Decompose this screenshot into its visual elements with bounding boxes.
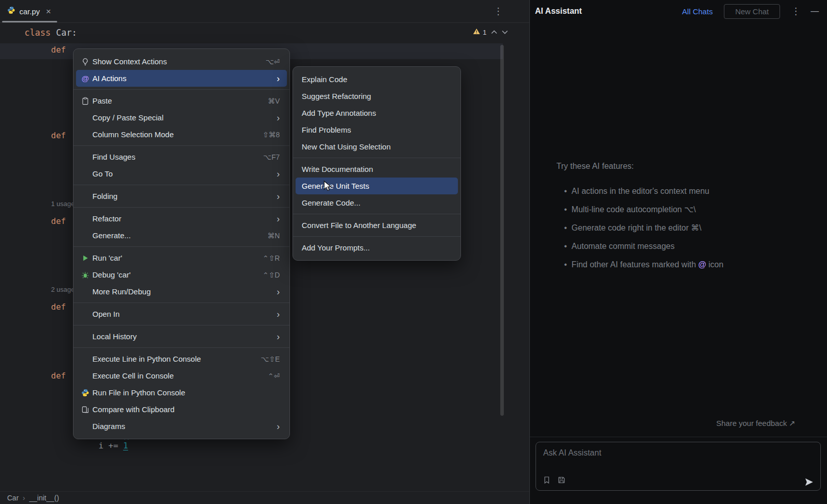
menu-item-ai-actions[interactable]: @AI Actions›: [76, 70, 287, 87]
share-feedback-link[interactable]: Share your feedback↗: [716, 419, 795, 428]
menu-item-run-car[interactable]: Run 'car'⌃⇧R: [76, 249, 287, 266]
menu-item-run-file-in-python-console[interactable]: Run File in Python Console: [76, 384, 287, 401]
compare-icon: [80, 406, 90, 414]
menu-separator: [74, 347, 289, 348]
tab-car-py[interactable]: car.py ×: [1, 0, 58, 22]
keyword-def: def: [51, 131, 66, 140]
menu-item-execute-cell-in-console[interactable]: Execute Cell in Console⌃⏎: [76, 367, 287, 384]
menu-item-shortcut: ⌘N: [267, 232, 280, 240]
menu-separator: [74, 303, 289, 303]
menu-item-find-usages[interactable]: Find Usages⌥F7: [76, 148, 287, 165]
menu-item-open-in[interactable]: Open In›: [76, 306, 287, 322]
submenu-arrow-icon: ›: [277, 74, 280, 83]
menu-item-convert-file-to-another-language[interactable]: Convert File to Another Language: [296, 217, 458, 234]
menu-item-add-type-annotations[interactable]: Add Type Annotations: [296, 105, 458, 121]
bullet-icon: •: [564, 223, 567, 232]
submenu-arrow-icon: ›: [277, 169, 280, 179]
menu-item-label: Open In: [92, 310, 119, 318]
menu-item-label: Generate...: [92, 231, 131, 240]
ai-feature-item: •Multi-line code autocompletion ⌥\: [564, 200, 723, 219]
menu-item-refactor[interactable]: Refactor›: [76, 210, 287, 227]
minimize-panel-icon[interactable]: —: [811, 7, 819, 16]
menu-item-generate-code[interactable]: Generate Code...: [296, 194, 458, 211]
menu-item-label: Run File in Python Console: [92, 388, 185, 397]
menu-item-local-history[interactable]: Local History›: [76, 328, 287, 345]
menu-separator: [74, 185, 289, 185]
menu-item-label: Local History: [92, 332, 137, 341]
menu-item-new-chat-using-selection[interactable]: New Chat Using Selection: [296, 138, 458, 155]
ai-feature-text-suffix: icon: [709, 260, 723, 269]
menu-item-label: Execute Line in Python Console: [92, 355, 201, 363]
menu-item-label: Go To: [92, 169, 113, 178]
send-message-icon[interactable]: [804, 477, 814, 487]
menu-item-explain-code[interactable]: Explain Code: [296, 71, 458, 88]
prev-problem-chevron-up-icon[interactable]: [491, 30, 497, 34]
menu-separator: [74, 325, 289, 325]
menu-item-paste[interactable]: Paste⌘V: [76, 92, 287, 109]
debug-icon: [80, 271, 90, 279]
menu-item-label: New Chat Using Selection: [302, 142, 391, 151]
breadcrumb-item-init[interactable]: __init__(): [29, 494, 59, 502]
submenu-arrow-icon: ›: [277, 287, 280, 296]
menu-item-diagrams[interactable]: Diagrams›: [76, 418, 287, 435]
submenu-arrow-icon: ›: [277, 332, 280, 341]
bullet-icon: •: [564, 242, 567, 250]
menu-item-add-your-prompts[interactable]: Add Your Prompts...: [296, 239, 458, 256]
menu-item-shortcut: ⌘V: [268, 97, 280, 105]
ai-sparkle-icon: @: [698, 260, 707, 269]
ai-features-title: Try these AI features:: [556, 162, 723, 171]
save-icon[interactable]: [557, 476, 566, 486]
submenu-arrow-icon: ›: [277, 113, 280, 122]
menu-item-label: Compare with Clipboard: [92, 405, 175, 414]
menu-item-label: Diagrams: [92, 422, 125, 431]
all-chats-link[interactable]: All Chats: [682, 7, 713, 16]
menu-item-folding[interactable]: Folding›: [76, 188, 287, 205]
ask-ai-input[interactable]: [536, 442, 820, 471]
menu-item-shortcut: ⌥⇧E: [261, 355, 280, 363]
menu-item-copy-paste-special[interactable]: Copy / Paste Special›: [76, 109, 287, 126]
new-chat-button[interactable]: New Chat: [724, 4, 780, 19]
editor-scrollbar[interactable]: [500, 45, 504, 416]
menu-item-write-documentation[interactable]: Write Documentation: [296, 161, 458, 178]
ai-assistant-header: AI Assistant All Chats New Chat ⋮ —: [530, 0, 827, 22]
submenu-arrow-icon: ›: [277, 192, 280, 201]
next-problem-chevron-down-icon[interactable]: [502, 30, 508, 34]
menu-item-debug-car[interactable]: Debug 'car'⌃⇧D: [76, 266, 287, 283]
ai-feature-text: Find other AI features marked with: [572, 260, 696, 269]
menu-item-shortcut: ⌥F7: [263, 153, 280, 161]
menu-item-generate-unit-tests[interactable]: Generate Unit Tests: [296, 178, 458, 194]
menu-item-suggest-refactoring[interactable]: Suggest Refactoring: [296, 88, 458, 105]
editor-options-kebab-icon[interactable]: ⋮: [494, 0, 503, 22]
menu-item-shortcut: ⌥⏎: [265, 58, 280, 66]
warning-icon: [473, 28, 480, 37]
class-name: Car:: [56, 28, 77, 38]
bullet-icon: •: [564, 205, 567, 214]
ai-feature-text: Multi-line code autocompletion ⌥\: [572, 205, 696, 214]
menu-item-compare-with-clipboard[interactable]: Compare with Clipboard: [76, 401, 287, 418]
run-icon: [80, 254, 90, 262]
menu-item-generate[interactable]: Generate...⌘N: [76, 227, 287, 244]
paste-icon: [80, 97, 90, 105]
menu-item-show-context-actions[interactable]: Show Context Actions⌥⏎: [76, 53, 287, 70]
code-line-class-car: classCar:: [25, 28, 77, 38]
menu-item-label: Refactor: [92, 214, 121, 223]
lightbulb-icon: [80, 58, 90, 66]
menu-item-shortcut: ⌃⇧R: [262, 254, 280, 262]
menu-separator: [74, 207, 289, 208]
breadcrumb-item-car[interactable]: Car: [7, 494, 19, 502]
menu-item-go-to[interactable]: Go To›: [76, 165, 287, 182]
ai-actions-submenu: Explain CodeSuggest RefactoringAdd Type …: [293, 66, 461, 261]
menu-item-label: Show Context Actions: [92, 57, 167, 66]
menu-item-find-problems[interactable]: Find Problems: [296, 121, 458, 138]
prompt-library-bookmark-icon[interactable]: [543, 476, 551, 486]
ai-sparkle-icon: @: [80, 74, 90, 83]
close-tab-icon[interactable]: ×: [46, 7, 51, 16]
menu-item-more-run-debug[interactable]: More Run/Debug›: [76, 283, 287, 300]
menu-item-column-selection-mode[interactable]: Column Selection Mode⇧⌘8: [76, 126, 287, 143]
menu-item-label: Find Problems: [302, 125, 351, 134]
operator-plus-equals: +=: [108, 441, 118, 450]
menu-item-label: Explain Code: [302, 75, 347, 84]
panel-options-kebab-icon[interactable]: ⋮: [791, 6, 800, 17]
menu-item-execute-line-in-python-console[interactable]: Execute Line in Python Console⌥⇧E: [76, 350, 287, 367]
usage-hint[interactable]: 1 usage: [51, 200, 75, 208]
